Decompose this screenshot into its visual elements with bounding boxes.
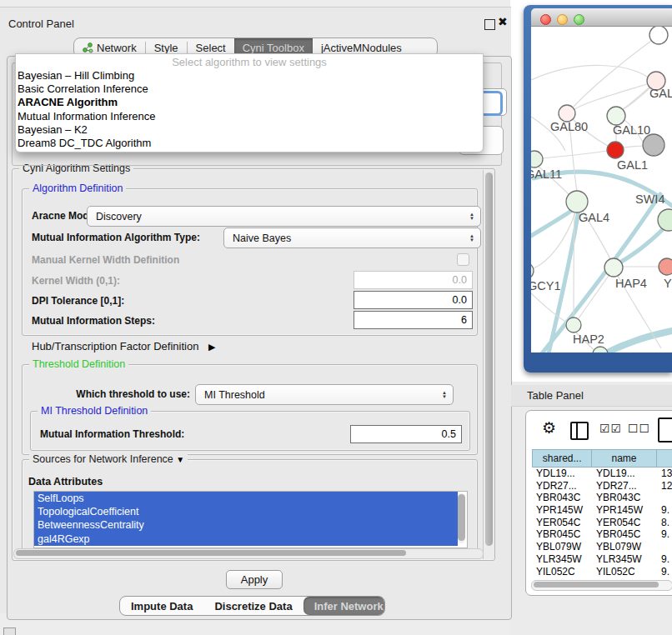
tab-discretize-data[interactable]: Discretize Data <box>203 597 303 615</box>
network-node-label: GCY1 <box>531 279 561 292</box>
attribute-list-item[interactable]: SelfLoops <box>34 492 458 505</box>
dropdown-item[interactable]: Bayesian – Hill Climbing <box>16 69 483 82</box>
aracne-mode-combobox[interactable]: Discovery ▲▼ <box>87 206 481 227</box>
attributes-scrollbar-thumb[interactable] <box>458 494 465 541</box>
float-window-icon[interactable] <box>484 19 495 30</box>
tab-infer-network[interactable]: Infer Network <box>303 597 385 615</box>
spinner-icon: ▲▼ <box>469 234 474 242</box>
settings-vertical-scrollbar[interactable] <box>483 170 494 559</box>
table-cell: YPR145W <box>532 504 592 517</box>
table-horizontal-scrollbar-thumb[interactable] <box>534 582 659 588</box>
network-node[interactable] <box>559 105 575 122</box>
mi-threshold-label: Mutual Information Threshold: <box>40 428 184 440</box>
table-row[interactable]: YBL079WYBL079W <box>532 541 672 553</box>
network-node[interactable] <box>566 318 581 332</box>
table-body: YDL19...YDL19...13YDR27...YDR27...12YBR0… <box>532 468 672 578</box>
minimize-traffic-light-icon[interactable] <box>557 14 568 25</box>
settings-vertical-scrollbar-thumb[interactable] <box>485 172 493 546</box>
network-node[interactable] <box>607 107 625 125</box>
sources-title[interactable]: Sources for Network Inference ▼ <box>29 453 188 465</box>
network-node-label: Y <box>664 277 672 290</box>
dropdown-item[interactable]: Basic Correlation Inference <box>16 82 483 96</box>
close-icon[interactable]: ✖ <box>498 15 508 28</box>
dropdown-item[interactable]: Dream8 DC_TDC Algorithm <box>16 137 483 150</box>
network-node[interactable] <box>593 347 608 352</box>
network-canvas[interactable]: GALGAL80GAL10GAL1GAL11GAL4SWI4HAP4YGCY1H… <box>531 27 672 352</box>
network-node-label: SWI4 <box>635 192 664 206</box>
attribute-list-item[interactable]: BetweennessCentrality <box>34 518 458 532</box>
settings-horizontal-scrollbar[interactable] <box>13 548 484 559</box>
network-node[interactable] <box>643 134 664 156</box>
table-horizontal-scrollbar[interactable] <box>531 580 672 591</box>
network-node[interactable] <box>531 151 543 168</box>
network-node[interactable] <box>649 27 668 44</box>
apply-button[interactable]: Apply <box>226 570 283 589</box>
select-all-checkboxes-icon[interactable]: ☑☑ <box>599 422 622 435</box>
table-cell: YDL19... <box>532 468 592 480</box>
close-traffic-light-icon[interactable] <box>540 14 551 25</box>
mi-steps-label: Mutual Information Steps: <box>32 315 155 327</box>
dpi-tolerance-label: DPI Tolerance [0,1]: <box>32 295 124 307</box>
dropdown-item[interactable]: Bayesian – K2 <box>16 123 483 137</box>
table-cell: YIL052C <box>592 566 657 578</box>
table-row[interactable]: YIL052CYIL052C9. <box>532 566 672 578</box>
network-node[interactable] <box>659 258 672 275</box>
manual-kernel-width-checkbox[interactable] <box>457 253 469 266</box>
dropdown-prompt: Select algorithm to view settings <box>16 54 483 69</box>
dpi-tolerance-field[interactable] <box>354 291 473 309</box>
table-row[interactable]: YLR345WYLR345W9. <box>532 553 672 566</box>
network-node-label: HAP4 <box>615 277 647 290</box>
export-table-icon[interactable] <box>658 418 672 442</box>
which-threshold-combobox[interactable]: MI Threshold ▲▼ <box>195 384 454 405</box>
table-row[interactable]: YBR043CYBR043C <box>532 492 672 504</box>
table-cell: YER054C <box>592 517 657 529</box>
data-attributes-list[interactable]: SelfLoopsTopologicalCoefficientBetweenne… <box>33 491 468 548</box>
table-row[interactable]: YDL19...YDL19...13 <box>532 468 672 480</box>
network-node[interactable] <box>531 262 534 279</box>
network-node[interactable] <box>604 258 623 277</box>
screen: Control Panel ✖ Network Style Select Cyn… <box>0 0 672 635</box>
zoom-traffic-light-icon[interactable] <box>574 14 584 25</box>
attributes-scrollbar[interactable] <box>458 493 465 543</box>
algorithm-dropdown-list: Bayesian – Hill ClimbingBasic Correlatio… <box>16 69 483 150</box>
table-panel-card: ⚙ ☑☑ ☐☐ shared... name A YDL19...YDL19..… <box>525 410 672 596</box>
table-cell: YBR043C <box>592 492 657 504</box>
network-node[interactable] <box>658 209 672 231</box>
network-window-titlebar[interactable] <box>531 8 672 27</box>
table-toolbar: ⚙ ☑☑ ☐☐ <box>526 411 672 449</box>
collapsed-arrow-icon: ▶ <box>208 342 215 352</box>
mi-threshold-field[interactable] <box>350 425 462 443</box>
mi-algorithm-type-combobox[interactable]: Naive Bayes ▲▼ <box>223 228 481 248</box>
gear-icon[interactable]: ⚙ <box>542 418 556 438</box>
which-threshold-label: Which threshold to use: <box>67 388 190 400</box>
cytopanel-corner-icon[interactable] <box>3 628 16 635</box>
dropdown-item[interactable]: ARACNE Algorithm <box>16 96 483 109</box>
network-node-label: GAL <box>649 87 672 100</box>
network-node[interactable] <box>607 142 624 158</box>
control-panel-title: Control Panel <box>8 18 74 30</box>
kernel-width-label: Kernel Width (0,1): <box>32 275 120 287</box>
table-row[interactable]: YBR045CYBR045C9. <box>532 528 672 541</box>
mi-steps-field[interactable] <box>354 311 473 329</box>
table-cell: 12 <box>657 480 672 492</box>
column-header-partial[interactable]: A <box>657 450 672 467</box>
kernel-width-field[interactable] <box>354 271 473 289</box>
table-row[interactable]: YER054CYER054C8. <box>532 517 672 529</box>
attribute-list-item[interactable]: gal4RGexp <box>34 532 458 546</box>
deselect-all-checkboxes-icon[interactable]: ☐☐ <box>628 422 650 435</box>
hub-definition-section[interactable]: Hub/Transcription Factor Definition ▶ <box>32 340 215 352</box>
network-graph: GALGAL80GAL10GAL1GAL11GAL4SWI4HAP4YGCY1H… <box>531 27 672 352</box>
network-node-label: GAL1 <box>617 158 648 172</box>
tab-impute-data[interactable]: Impute Data <box>120 597 203 615</box>
network-node[interactable] <box>566 191 588 212</box>
table-cell <box>657 492 672 504</box>
settings-horizontal-scrollbar-thumb[interactable] <box>16 550 406 556</box>
table-row[interactable]: YPR145WYPR145W9. <box>532 504 672 517</box>
table-row[interactable]: YDR27...YDR27...12 <box>532 480 672 492</box>
column-header-shared-name[interactable]: shared... <box>533 450 592 467</box>
column-header-name[interactable]: name <box>592 450 656 467</box>
control-panel: Control Panel ✖ Network Style Select Cyn… <box>0 7 511 613</box>
dropdown-item[interactable]: Mutual Information Inference <box>16 110 483 123</box>
attribute-list-item[interactable]: TopologicalCoefficient <box>34 505 458 518</box>
split-columns-icon[interactable] <box>570 422 589 440</box>
